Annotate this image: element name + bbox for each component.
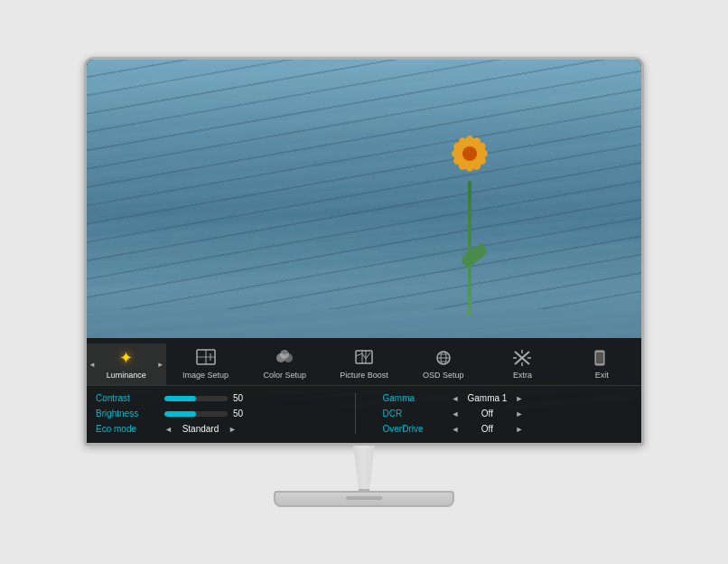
monitor-wrapper: ✦ Luminance [84,57,644,507]
osd-right-panel: Gamma ◄ Gamma 1 ► DCR ◄ Off ► [365,393,633,434]
color-setup-icon [272,347,297,369]
eco-mode-label: Eco mode [96,424,159,434]
contrast-bar [164,396,228,401]
exit-icon [589,347,614,369]
tab-color-setup[interactable]: Color Setup [245,343,324,385]
tab-exit-label: Exit [595,371,609,380]
contrast-label: Contrast [96,393,159,403]
brightness-bar [164,411,228,417]
overdrive-label: OverDrive [383,424,446,434]
tab-image-setup[interactable]: Image Setup [166,343,246,385]
dcr-value: Off [464,409,509,418]
gamma-right-arrow[interactable]: ► [515,394,523,403]
tab-osd-setup[interactable]: OSD Setup [404,343,483,385]
contrast-value: 50 [233,393,251,403]
dcr-right-arrow[interactable]: ► [515,409,523,418]
tab-exit[interactable]: Exit [562,343,641,385]
osd-tabs: ✦ Luminance [87,338,641,386]
brightness-fill [164,411,196,417]
gamma-left-arrow[interactable]: ◄ [452,394,460,403]
tab-extra[interactable]: Extra [483,343,563,385]
monitor-neck [337,446,391,491]
eco-mode-value: Standard [178,424,223,434]
tab-picture-boost[interactable]: Picture Boost [324,343,404,385]
picture-boost-icon [351,347,377,369]
brightness-label: Brightness [96,409,159,418]
osd-left-panel: Contrast 50 Brightness 50 [96,393,346,434]
screen: ✦ Luminance [87,60,641,443]
flower [443,136,497,316]
tab-image-setup-label: Image Setup [182,371,229,380]
gamma-row: Gamma ◄ Gamma 1 ► [383,393,633,403]
osd-content: Contrast 50 Brightness 50 [87,386,641,443]
flower-center [462,146,477,161]
eco-mode-right-arrow[interactable]: ► [229,425,237,434]
gamma-value: Gamma 1 [464,393,509,403]
overdrive-row: OverDrive ◄ Off ► [383,424,633,434]
extra-icon [509,347,535,369]
overdrive-right-arrow[interactable]: ► [515,425,523,434]
tab-luminance-label: Luminance [107,371,146,380]
overdrive-left-arrow[interactable]: ◄ [452,425,460,434]
monitor-base [274,491,454,507]
flower-head [452,136,488,172]
monitor-frame: ✦ Luminance [84,57,644,446]
osd-menu: ✦ Luminance [87,338,641,443]
image-setup-icon [193,347,219,369]
tab-picture-boost-label: Picture Boost [340,371,388,380]
wood-lines [87,60,641,309]
brightness-row: Brightness 50 [96,409,346,418]
dcr-row: DCR ◄ Off ► [383,409,633,418]
contrast-row: Contrast 50 [96,393,346,403]
luminance-icon: ✦ [114,347,139,369]
overdrive-value: Off [464,424,509,434]
dcr-left-arrow[interactable]: ◄ [452,409,460,418]
tab-luminance[interactable]: ✦ Luminance [87,343,166,385]
flower-leaf [459,243,489,268]
svg-point-6 [280,350,289,359]
dcr-label: DCR [383,409,446,418]
eco-mode-left-arrow[interactable]: ◄ [164,425,173,434]
tab-osd-setup-label: OSD Setup [423,371,464,380]
tab-extra-label: Extra [513,371,532,380]
eco-mode-row: Eco mode ◄ Standard ► [96,424,346,434]
tab-color-setup-label: Color Setup [264,371,307,380]
osd-setup-icon [431,347,456,369]
contrast-fill [164,396,196,401]
brightness-value: 50 [233,409,251,418]
svg-rect-7 [356,351,372,363]
gamma-label: Gamma [383,393,446,403]
osd-divider [355,393,356,434]
svg-rect-22 [596,352,603,363]
